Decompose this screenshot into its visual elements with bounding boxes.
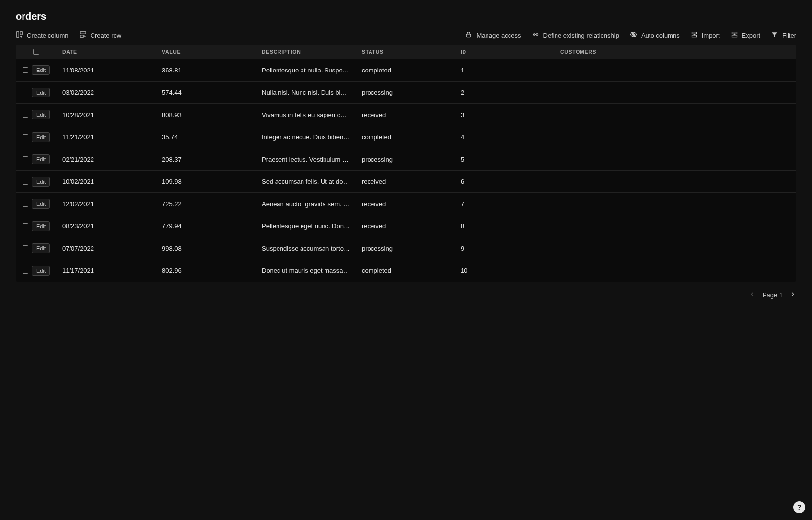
- manage-access-button[interactable]: Manage access: [465, 31, 521, 40]
- cell-status: processing: [356, 89, 455, 96]
- cell-status: processing: [356, 245, 455, 252]
- svg-point-5: [533, 34, 535, 36]
- cell-description: Integer ac neque. Duis bibendu…: [256, 133, 356, 141]
- toolbar: Create column Create row Manage access: [16, 31, 796, 40]
- create-column-button[interactable]: Create column: [16, 31, 69, 40]
- table-row[interactable]: Edit10/28/2021808.93Vivamus in felis eu …: [16, 103, 796, 126]
- prev-page-button[interactable]: [749, 291, 756, 299]
- add-column-icon: [16, 31, 23, 40]
- svg-rect-2: [80, 32, 85, 34]
- row-checkbox[interactable]: [23, 90, 28, 95]
- cell-status: received: [356, 222, 455, 230]
- filter-icon: [771, 31, 778, 40]
- select-all-checkbox[interactable]: [33, 49, 39, 55]
- cell-date: 11/08/2021: [56, 67, 156, 74]
- col-value[interactable]: VALUE: [156, 49, 256, 55]
- edit-button[interactable]: Edit: [32, 199, 50, 209]
- next-page-button[interactable]: [789, 291, 796, 299]
- cell-description: Sed accumsan felis. Ut at dolor …: [256, 178, 356, 185]
- row-checkbox[interactable]: [23, 201, 28, 207]
- toolbar-left: Create column Create row: [16, 31, 121, 40]
- row-checkbox[interactable]: [23, 223, 28, 229]
- export-button[interactable]: Export: [731, 31, 761, 40]
- filter-button[interactable]: Filter: [771, 31, 796, 40]
- cell-id: 3: [455, 111, 555, 118]
- row-checkbox[interactable]: [23, 112, 28, 118]
- import-label: Import: [702, 32, 720, 39]
- row-checkbox[interactable]: [23, 179, 28, 185]
- col-status[interactable]: STATUS: [356, 49, 455, 55]
- edit-button[interactable]: Edit: [32, 65, 50, 75]
- pagination: Page 1: [16, 291, 796, 299]
- col-description[interactable]: DESCRIPTION: [256, 49, 356, 55]
- cell-id: 1: [455, 67, 555, 74]
- edit-button[interactable]: Edit: [32, 154, 50, 164]
- cell-value: 368.81: [156, 67, 256, 74]
- edit-button[interactable]: Edit: [32, 132, 50, 142]
- chevron-left-icon: [749, 291, 756, 299]
- table-row[interactable]: Edit10/02/2021109.98Sed accumsan felis. …: [16, 170, 796, 193]
- table-row[interactable]: Edit03/02/2022574.44Nulla nisl. Nunc nis…: [16, 81, 796, 104]
- cell-status: completed: [356, 133, 455, 141]
- table-row[interactable]: Edit02/21/2022208.37Praesent lectus. Ves…: [16, 148, 796, 170]
- auto-columns-button[interactable]: Auto columns: [630, 31, 680, 40]
- edit-button[interactable]: Edit: [32, 221, 50, 231]
- create-row-button[interactable]: Create row: [79, 31, 122, 40]
- toolbar-right: Manage access Define existing relationsh…: [465, 31, 796, 40]
- cell-id: 6: [455, 178, 555, 185]
- define-relationship-label: Define existing relationship: [543, 32, 619, 39]
- cell-value: 808.93: [156, 111, 256, 118]
- help-button[interactable]: ?: [793, 501, 805, 513]
- svg-rect-4: [467, 34, 471, 37]
- cell-value: 998.08: [156, 245, 256, 252]
- relationship-icon: [532, 31, 539, 40]
- cell-date: 10/02/2021: [56, 178, 156, 185]
- import-button[interactable]: Import: [691, 31, 720, 40]
- cell-value: 779.94: [156, 222, 256, 230]
- svg-rect-3: [80, 35, 83, 37]
- table-row[interactable]: Edit11/17/2021802.96Donec ut mauris eget…: [16, 260, 796, 282]
- cell-status: received: [356, 178, 455, 185]
- eye-off-icon: [630, 31, 637, 40]
- cell-id: 4: [455, 133, 555, 141]
- edit-button[interactable]: Edit: [32, 110, 50, 119]
- cell-date: 02/21/2022: [56, 156, 156, 163]
- cell-id: 7: [455, 200, 555, 208]
- cell-date: 03/02/2022: [56, 89, 156, 96]
- edit-button[interactable]: Edit: [32, 266, 50, 276]
- col-id[interactable]: ID: [455, 49, 555, 55]
- cell-description: Suspendisse accumsan tortor q…: [256, 245, 356, 252]
- table-row[interactable]: Edit12/02/2021725.22Aenean auctor gravid…: [16, 192, 796, 215]
- cell-date: 10/28/2021: [56, 111, 156, 118]
- cell-description: Pellentesque at nulla. Suspendi…: [256, 67, 356, 74]
- edit-button[interactable]: Edit: [32, 88, 50, 97]
- table-row[interactable]: Edit08/23/2021779.94Pellentesque eget nu…: [16, 215, 796, 237]
- cell-value: 802.96: [156, 267, 256, 274]
- orders-table: DATE VALUE DESCRIPTION STATUS ID CUSTOME…: [16, 45, 796, 282]
- row-checkbox[interactable]: [23, 156, 28, 162]
- cell-description: Aenean auctor gravida sem. Pra…: [256, 200, 356, 208]
- cell-id: 9: [455, 245, 555, 252]
- cell-id: 5: [455, 156, 555, 163]
- cell-value: 208.37: [156, 156, 256, 163]
- cell-date: 11/21/2021: [56, 133, 156, 141]
- define-relationship-button[interactable]: Define existing relationship: [532, 31, 619, 40]
- table-row[interactable]: Edit11/08/2021368.81Pellentesque at null…: [16, 59, 796, 81]
- row-checkbox[interactable]: [23, 245, 28, 251]
- edit-button[interactable]: Edit: [32, 177, 50, 187]
- row-checkbox[interactable]: [23, 67, 28, 73]
- row-checkbox[interactable]: [23, 134, 28, 140]
- svg-rect-0: [17, 32, 19, 37]
- col-date[interactable]: DATE: [56, 49, 156, 55]
- cell-id: 8: [455, 222, 555, 230]
- add-row-icon: [79, 31, 87, 40]
- cell-description: Nulla nisl. Nunc nisl. Duis biben…: [256, 89, 356, 96]
- cell-status: received: [356, 200, 455, 208]
- table-row[interactable]: Edit07/07/2022998.08Suspendisse accumsan…: [16, 237, 796, 260]
- row-checkbox[interactable]: [23, 268, 28, 274]
- cell-date: 07/07/2022: [56, 245, 156, 252]
- edit-button[interactable]: Edit: [32, 243, 50, 253]
- col-customers[interactable]: CUSTOMERS: [555, 49, 796, 55]
- page-indicator: Page 1: [763, 291, 783, 299]
- table-row[interactable]: Edit11/21/202135.74Integer ac neque. Dui…: [16, 126, 796, 148]
